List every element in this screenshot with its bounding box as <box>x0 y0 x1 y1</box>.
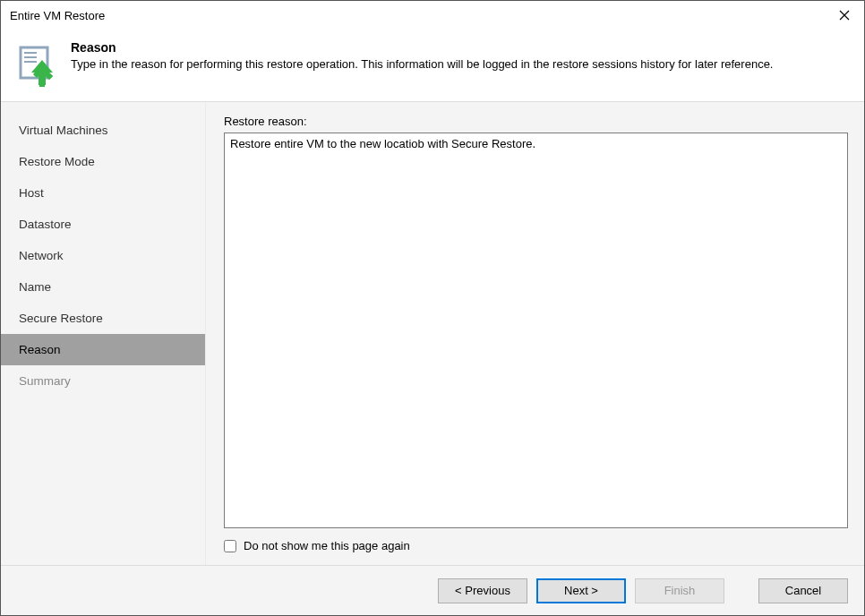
wizard-body: Virtual Machines Restore Mode Host Datas… <box>1 102 864 565</box>
wizard-footer: < Previous Next > Finish Cancel <box>1 565 864 615</box>
wizard-step-title: Reason <box>71 40 773 55</box>
sidebar-item-secure-restore[interactable]: Secure Restore <box>1 303 205 334</box>
sidebar-item-name[interactable]: Name <box>1 271 205 303</box>
titlebar: Entire VM Restore <box>1 1 864 30</box>
restore-vm-icon <box>15 44 58 87</box>
sidebar-item-label: Restore Mode <box>19 155 95 168</box>
window-close-button[interactable] <box>824 1 864 30</box>
do-not-show-row[interactable]: Do not show me this page again <box>224 539 848 552</box>
wizard-sidebar: Virtual Machines Restore Mode Host Datas… <box>1 102 205 565</box>
sidebar-item-network[interactable]: Network <box>1 240 205 271</box>
restore-reason-label: Restore reason: <box>224 115 848 128</box>
sidebar-item-label: Datastore <box>19 218 72 231</box>
sidebar-item-virtual-machines[interactable]: Virtual Machines <box>1 115 205 146</box>
sidebar-item-label: Network <box>19 249 64 262</box>
next-button[interactable]: Next > <box>536 578 626 603</box>
restore-reason-input[interactable] <box>224 133 848 528</box>
do-not-show-checkbox[interactable] <box>224 540 236 552</box>
sidebar-item-label: Host <box>19 186 44 200</box>
cancel-button[interactable]: Cancel <box>758 578 848 603</box>
sidebar-item-restore-mode[interactable]: Restore Mode <box>1 146 205 177</box>
sidebar-item-host[interactable]: Host <box>1 177 205 209</box>
close-icon <box>839 10 850 21</box>
sidebar-item-label: Name <box>19 280 51 294</box>
wizard-step-description: Type in the reason for performing this r… <box>71 56 773 73</box>
restore-wizard-window: Entire VM Restore Reason Type in the rea… <box>0 0 865 616</box>
do-not-show-label: Do not show me this page again <box>244 539 410 552</box>
sidebar-item-label: Reason <box>19 343 61 356</box>
sidebar-item-label: Summary <box>19 374 71 388</box>
wizard-header-text: Reason Type in the reason for performing… <box>71 40 773 73</box>
finish-button: Finish <box>635 578 724 603</box>
sidebar-item-label: Secure Restore <box>19 312 103 325</box>
previous-button[interactable]: < Previous <box>438 578 527 603</box>
wizard-header: Reason Type in the reason for performing… <box>1 30 864 102</box>
window-title: Entire VM Restore <box>10 9 105 22</box>
sidebar-item-label: Virtual Machines <box>19 124 108 137</box>
wizard-main-panel: Restore reason: Do not show me this page… <box>205 102 864 565</box>
sidebar-item-reason[interactable]: Reason <box>1 334 205 365</box>
sidebar-item-summary: Summary <box>1 365 205 397</box>
sidebar-item-datastore[interactable]: Datastore <box>1 209 205 240</box>
